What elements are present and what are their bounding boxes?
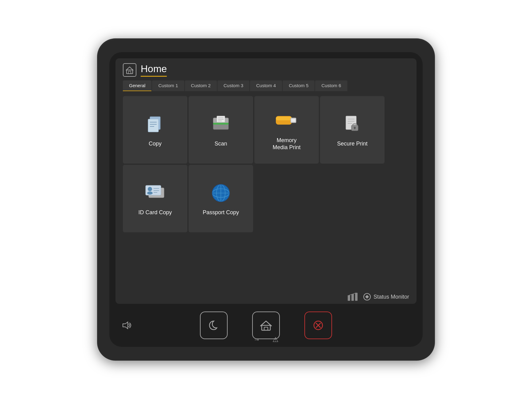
svg-marker-48	[123, 322, 128, 329]
speaker-icon	[122, 321, 133, 330]
svg-rect-20	[291, 119, 295, 122]
svg-rect-50	[264, 327, 268, 330]
secure-print-icon-area	[340, 112, 365, 137]
svg-rect-43	[355, 293, 358, 301]
tab-general[interactable]: General	[123, 80, 151, 91]
stop-button[interactable]	[304, 312, 332, 339]
grid-row-1: Copy	[123, 96, 409, 164]
id-card-copy-button[interactable]: ID Card Copy	[123, 165, 187, 232]
scan-label: Scan	[214, 140, 227, 147]
home-button-icon	[259, 319, 273, 332]
copy-button[interactable]: Copy	[123, 96, 187, 164]
screen: Home General Custom 1 Custom 2 Custom 3 …	[115, 58, 417, 304]
svg-point-30	[148, 187, 152, 191]
tab-custom1[interactable]: Custom 1	[152, 80, 184, 91]
network-icon[interactable]	[347, 292, 358, 301]
svg-rect-12	[213, 123, 229, 125]
svg-rect-0	[127, 70, 133, 74]
passport-copy-label: Passport Copy	[203, 209, 239, 216]
home-icon	[125, 66, 134, 74]
copy-icon-area	[143, 112, 167, 137]
speaker-area	[122, 321, 133, 330]
sleep-icon	[207, 319, 221, 332]
svg-point-31	[147, 192, 153, 195]
page-title: Home	[141, 63, 167, 77]
stop-icon	[311, 319, 325, 332]
memory-media-print-label: MemoryMedia Print	[272, 137, 300, 151]
secure-print-label: Secure Print	[337, 140, 367, 147]
tab-custom6[interactable]: Custom 6	[315, 80, 347, 91]
scan-button[interactable]: Scan	[189, 96, 253, 164]
svg-rect-49	[262, 325, 270, 330]
passport-icon-area	[209, 181, 233, 205]
home-button[interactable]	[252, 312, 280, 339]
tab-custom3[interactable]: Custom 3	[217, 80, 249, 91]
copy-label: Copy	[149, 140, 162, 147]
copy-icon	[144, 114, 166, 135]
secure-print-button[interactable]: Secure Print	[320, 96, 385, 164]
passport-copy-button[interactable]: Passport Copy	[189, 165, 253, 232]
usb-icon-area	[274, 109, 299, 133]
svg-point-47	[366, 296, 368, 298]
usb-icon	[274, 112, 299, 129]
grid-row-2: ID Card Copy	[123, 165, 409, 232]
secure-print-icon	[342, 114, 363, 135]
tab-custom2[interactable]: Custom 2	[185, 80, 217, 91]
bottom-bar: → ⚠	[109, 304, 423, 347]
bottom-indicators: → ⚠	[253, 336, 279, 344]
svg-rect-18	[276, 117, 292, 120]
grid-area: Copy	[115, 91, 417, 290]
warning-indicator: ⚠	[272, 336, 279, 344]
svg-rect-27	[354, 128, 355, 129]
scan-icon-area	[209, 112, 233, 137]
id-card-copy-label: ID Card Copy	[138, 209, 172, 216]
tab-custom5[interactable]: Custom 5	[283, 80, 315, 91]
svg-rect-42	[351, 294, 354, 301]
id-card-icon-area	[143, 181, 167, 205]
header: Home	[115, 58, 417, 79]
sleep-button[interactable]	[200, 312, 228, 339]
svg-rect-13	[217, 116, 225, 122]
bottom-buttons	[200, 312, 332, 339]
passport-icon	[210, 182, 232, 204]
arrow-indicator: →	[253, 336, 260, 344]
tab-custom4[interactable]: Custom 4	[250, 80, 282, 91]
id-card-icon	[143, 182, 167, 204]
status-bar: Status Monitor	[115, 290, 417, 304]
svg-rect-6	[148, 119, 158, 132]
memory-media-print-button[interactable]: MemoryMedia Print	[254, 96, 319, 164]
svg-rect-41	[348, 295, 350, 301]
device-outer: Home General Custom 1 Custom 2 Custom 3 …	[97, 38, 435, 361]
status-monitor-icon	[363, 293, 371, 301]
network-icon-svg	[347, 292, 358, 301]
status-monitor-button[interactable]: Status Monitor	[363, 293, 409, 301]
device-inner: Home General Custom 1 Custom 2 Custom 3 …	[109, 52, 423, 347]
scan-icon	[210, 114, 232, 135]
home-icon-box	[123, 63, 136, 77]
tabs-row: General Custom 1 Custom 2 Custom 3 Custo…	[115, 80, 417, 91]
svg-rect-1	[128, 71, 131, 74]
status-monitor-label: Status Monitor	[374, 294, 409, 300]
